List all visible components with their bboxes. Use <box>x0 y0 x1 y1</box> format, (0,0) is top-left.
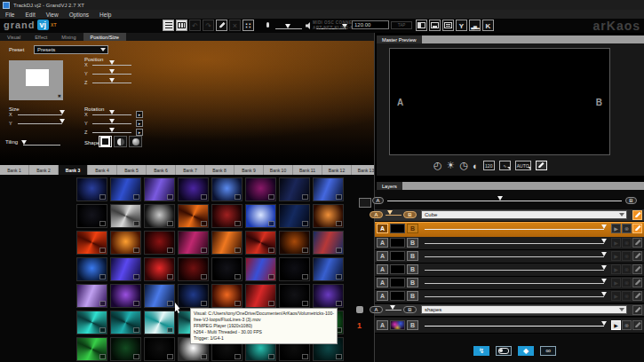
rotation-y-slider[interactable] <box>92 123 131 124</box>
shape-square-button[interactable] <box>99 136 112 147</box>
visual-cell[interactable] <box>178 284 209 308</box>
toggle-mode-button[interactable] <box>496 346 512 356</box>
layer-play-button[interactable]: ▶ <box>611 278 621 287</box>
layer-b-button[interactable]: B <box>407 291 418 301</box>
keyboard-view-button[interactable] <box>176 20 187 31</box>
tab-effect[interactable]: Effect <box>28 33 54 41</box>
rotation-z-slider-thumb[interactable] <box>109 128 115 132</box>
bank-tab-10[interactable]: Bank 10 <box>264 165 293 175</box>
visual-cell[interactable] <box>279 257 310 281</box>
preset-dropdown[interactable]: Presets <box>34 45 108 54</box>
loop-mode-button[interactable]: ∞ <box>540 346 556 356</box>
visual-cell[interactable] <box>313 177 344 201</box>
visual-cell[interactable] <box>76 257 107 281</box>
layer-eject-button[interactable]: ⊗ <box>622 238 632 248</box>
visual-cell[interactable] <box>245 231 276 255</box>
menu-file[interactable]: File <box>0 12 20 18</box>
layer-level-slider[interactable] <box>425 229 604 230</box>
Cube-xfade-thumb[interactable] <box>387 210 393 215</box>
edit-mode-button[interactable] <box>216 20 227 31</box>
menu-view[interactable]: View <box>41 12 64 18</box>
visual-cell[interactable] <box>245 284 276 308</box>
shape-sphere-button[interactable] <box>129 136 142 147</box>
position-x-slider-thumb[interactable] <box>109 60 115 65</box>
tab-visual[interactable]: Visual <box>0 33 28 41</box>
Cube-xfade-track[interactable] <box>386 215 402 216</box>
Cube-xfade-b-pill[interactable]: B <box>403 211 417 218</box>
gamma-knob[interactable]: ◷ <box>459 160 468 171</box>
visual-cell[interactable] <box>76 231 107 255</box>
master-b-pill[interactable]: B <box>625 197 637 204</box>
layer-level-slider[interactable] <box>425 243 604 244</box>
klingnet-mapper-button[interactable] <box>482 20 494 31</box>
visual-cell[interactable] <box>144 311 175 334</box>
mic-level-slider-thumb[interactable] <box>285 24 290 28</box>
layer-level-slider[interactable] <box>425 326 604 327</box>
rotation-y-stepper[interactable]: ▸ <box>136 120 143 127</box>
layer-edit-button[interactable] <box>632 291 642 301</box>
layer-a-button[interactable]: A <box>377 264 388 274</box>
clear-button[interactable] <box>229 20 241 31</box>
visual-cell[interactable] <box>211 204 242 228</box>
layers-tab[interactable]: Layers <box>377 182 402 190</box>
layer-level-thumb[interactable] <box>601 265 607 270</box>
size-x-slider[interactable] <box>18 114 62 115</box>
size-y-slider[interactable] <box>18 123 62 124</box>
shape-halfcircle-button[interactable] <box>114 136 127 147</box>
layer-a-button[interactable]: A <box>377 291 388 301</box>
layer-a-button[interactable]: A <box>377 224 388 233</box>
bank-tab-6[interactable]: Bank 6 <box>147 165 176 175</box>
bank-tab-7[interactable]: Bank 7 <box>176 165 205 175</box>
beat-waveform-button[interactable]: ∿ <box>499 161 511 170</box>
tab-mixing[interactable]: Mixing <box>54 33 83 41</box>
beat-sync-button[interactable]: ↯ <box>473 346 489 356</box>
speed-knob[interactable]: ◴ <box>433 160 442 171</box>
Cube-xfade-a-pill[interactable]: A <box>370 211 383 218</box>
visual-cell[interactable] <box>144 257 175 281</box>
edit-pencil-button[interactable] <box>536 161 547 170</box>
bpm-display[interactable]: 120.00 <box>352 20 389 29</box>
layer-edit-button[interactable] <box>632 224 642 233</box>
rotation-y-slider-thumb[interactable] <box>109 119 115 123</box>
layer-b-button[interactable]: B <box>407 251 418 261</box>
visual-cell[interactable] <box>178 177 209 201</box>
group-collapse-icon[interactable] <box>356 306 363 313</box>
layer-thumbnail[interactable] <box>390 291 405 301</box>
tab-position-size[interactable]: Position/Size <box>83 33 126 41</box>
brightness-icon[interactable]: ☀ <box>447 160 456 171</box>
layer-level-slider[interactable] <box>425 270 604 271</box>
layer-eject-button[interactable]: ⊗ <box>622 278 632 287</box>
layer-edit-button[interactable] <box>632 320 642 330</box>
size-x-slider-thumb[interactable] <box>60 110 65 114</box>
cell-grid-button[interactable] <box>242 20 254 31</box>
visual-cell[interactable] <box>144 231 175 255</box>
layer-b-button[interactable]: B <box>407 238 418 248</box>
visual-cell[interactable] <box>211 257 242 281</box>
visual-cell[interactable] <box>144 284 175 308</box>
layer-thumbnail[interactable] <box>390 238 405 248</box>
layer-thumbnail[interactable] <box>390 320 405 330</box>
visual-cell[interactable] <box>76 311 107 334</box>
visual-cell[interactable] <box>313 204 344 228</box>
visual-cell[interactable] <box>279 284 310 308</box>
redo-button[interactable] <box>203 20 214 31</box>
layer-edit-button[interactable] <box>632 251 642 261</box>
visual-cell[interactable] <box>76 284 107 308</box>
position-z-slider-thumb[interactable] <box>109 78 115 83</box>
preview-layout-bottom-button[interactable] <box>429 20 441 31</box>
layer-a-button[interactable]: A <box>377 251 388 261</box>
bank-tab-13[interactable]: Bank 13 <box>352 165 374 175</box>
bank-tab-11[interactable]: Bank 11 <box>293 165 322 175</box>
contrast-icon[interactable]: ◐ <box>473 161 479 171</box>
visual-cell[interactable] <box>76 204 107 228</box>
layer-level-slider[interactable] <box>425 283 604 284</box>
master-crossfader-thumb[interactable] <box>497 196 503 201</box>
visual-cell[interactable] <box>110 337 141 361</box>
bank-tab-5[interactable]: Bank 5 <box>117 165 147 175</box>
layer-a-button[interactable]: A <box>377 278 388 287</box>
layer-b-button[interactable]: B <box>407 264 418 274</box>
shapes-xfade-thumb[interactable] <box>390 305 395 310</box>
layer-level-slider[interactable] <box>425 256 604 257</box>
list-view-button[interactable] <box>163 20 174 31</box>
layer-play-button[interactable]: ▶ <box>611 238 621 248</box>
